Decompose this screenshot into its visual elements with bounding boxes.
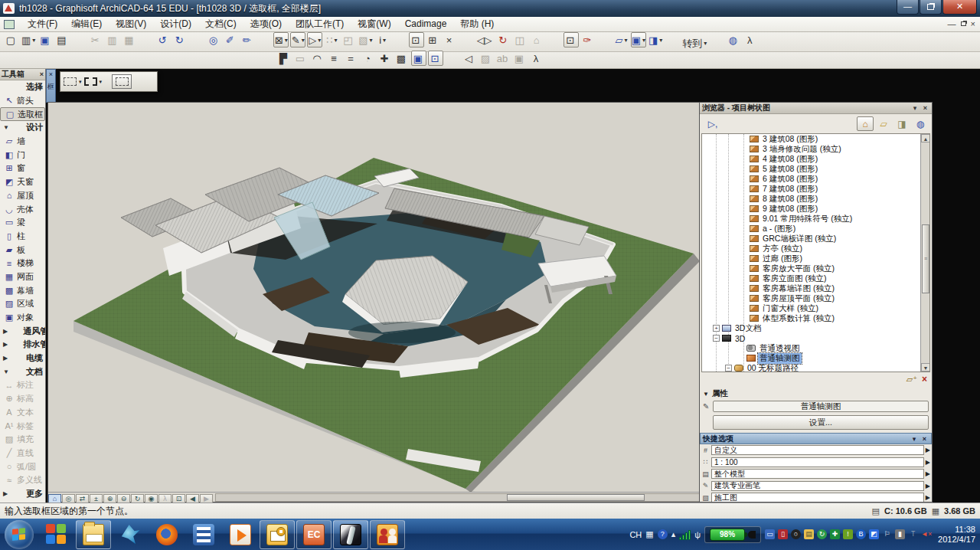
- taskbar-video-player[interactable]: [186, 520, 221, 549]
- toolbox-item[interactable]: ▱ 墙: [0, 135, 45, 149]
- tree-item[interactable]: 3 墙身修改问题 (独立): [702, 144, 929, 154]
- layout-book-icon[interactable]: ◨: [893, 116, 910, 131]
- toolbar-button[interactable]: i▾: [375, 32, 390, 47]
- quick-option-arrow-icon[interactable]: ▶: [926, 494, 930, 501]
- toolbar-button[interactable]: ✐: [223, 32, 238, 47]
- delete-item-icon[interactable]: ×: [922, 374, 927, 385]
- toolbar-button[interactable]: ⌂: [530, 32, 545, 47]
- toolbar-button[interactable]: ⊡: [564, 32, 579, 47]
- menu-item[interactable]: 视窗(W): [351, 17, 397, 31]
- toolbox-item[interactable]: ▦ 网面: [0, 270, 45, 284]
- toolbar-button[interactable]: ▭: [293, 51, 309, 66]
- toolbar-button[interactable]: ▧▾: [358, 32, 373, 47]
- toolbar-button[interactable]: ⊞: [426, 32, 441, 47]
- scroll-up-icon[interactable]: ▲: [921, 134, 930, 142]
- menu-item[interactable]: 团队工作(T): [289, 17, 351, 31]
- toolbar-button[interactable]: ▤: [54, 32, 70, 47]
- toolbox-item[interactable]: ╱ 直线: [0, 447, 45, 460]
- toolbar-button[interactable]: ✑: [580, 32, 596, 47]
- toolbox-item[interactable]: ○ 弧/圆: [0, 460, 45, 473]
- toolbar-button[interactable]: ▣: [38, 32, 53, 47]
- toolbox-item[interactable]: ◧ 门: [0, 148, 45, 162]
- tree-item[interactable]: 客房幕墙详图 (独立): [702, 283, 929, 293]
- toolbox-item[interactable]: ◡ 壳体: [0, 202, 45, 216]
- navigator-header-controls[interactable]: ▾ ×: [913, 104, 929, 112]
- menu-item[interactable]: 设计(D): [153, 17, 198, 31]
- usb-icon[interactable]: ▮: [895, 529, 905, 539]
- menu-item[interactable]: 编辑(E): [64, 17, 109, 31]
- toolbox-item[interactable]: 选择: [0, 80, 45, 94]
- project-map-icon[interactable]: ⌂: [857, 116, 874, 131]
- taskbar-media-player[interactable]: [223, 520, 258, 549]
- toolbox-item[interactable]: A¹ 标签: [0, 419, 45, 433]
- tree-item[interactable]: 客房立面图 (独立): [702, 273, 929, 283]
- toolbox-item[interactable]: ▭ 梁: [0, 216, 45, 230]
- language-indicator[interactable]: CH: [629, 530, 642, 539]
- mdi-restore-button[interactable]: [961, 21, 966, 26]
- tree-item[interactable]: 9 建筑08 (图形): [702, 204, 929, 214]
- toolbox-item[interactable]: ▶ 电缆: [0, 352, 45, 365]
- alert-icon[interactable]: !: [843, 529, 853, 539]
- edit-name-icon[interactable]: ✎: [703, 402, 710, 411]
- toolbar-button[interactable]: ≡: [327, 51, 342, 66]
- tree-item[interactable]: 客房屋顶平面 (独立): [702, 293, 929, 303]
- scrollbar-thumb[interactable]: [507, 494, 645, 501]
- taskbar-app-grid[interactable]: [39, 520, 74, 549]
- menu-item[interactable]: 视图(V): [109, 17, 153, 31]
- mdi-minimize-button[interactable]: —: [948, 18, 956, 29]
- quick-options-controls[interactable]: ▾ ×: [913, 435, 929, 443]
- tree-item[interactable]: 7 建筑08 (图形): [702, 184, 929, 194]
- collapse-icon[interactable]: ▼: [703, 391, 709, 398]
- 3d-model-canvas[interactable]: [48, 103, 737, 493]
- bluetooth-icon[interactable]: B: [856, 529, 866, 539]
- toolbar-button[interactable]: ◔: [361, 51, 376, 66]
- toolbar-button[interactable]: ◨▾: [648, 32, 663, 47]
- network-signal-icon[interactable]: [679, 529, 691, 540]
- toolbox-item[interactable]: ▼ 设计: [0, 121, 45, 135]
- toolbox-item[interactable]: A 文本: [0, 406, 45, 420]
- quick-option-arrow-icon[interactable]: ▶: [926, 470, 930, 477]
- mdi-close-button[interactable]: ×: [971, 18, 975, 29]
- mobile-signal-icon[interactable]: ⟙: [908, 529, 918, 539]
- toolbar-button[interactable]: ⊡: [409, 32, 424, 47]
- toolbox-item[interactable]: ▣ 对象: [0, 311, 45, 325]
- close-button[interactable]: ✕: [942, 0, 977, 15]
- tree-item[interactable]: 9.01 常用特殊符号 (独立): [702, 214, 929, 224]
- tree-item[interactable]: GRC墙板详图 (独立): [702, 234, 929, 244]
- project-chooser-icon[interactable]: ▷,: [704, 116, 721, 131]
- toolbar-button[interactable]: ▥: [105, 32, 120, 47]
- toolbar-button[interactable]: [189, 36, 204, 51]
- toolbox-item[interactable]: ▨ 填充: [0, 433, 45, 447]
- tree-item[interactable]: 门窗大样 (独立): [702, 303, 929, 313]
- toolbar-button[interactable]: ab: [495, 51, 511, 66]
- toolbar-button[interactable]: ◁▷: [476, 32, 495, 47]
- view-map-icon[interactable]: ▱: [875, 116, 892, 131]
- quick-option-row[interactable]: ▧ 施工图 ▶: [700, 492, 932, 502]
- toolbar-button[interactable]: ✂: [88, 32, 103, 47]
- start-button[interactable]: [5, 520, 34, 549]
- toolbox-item[interactable]: ⊞ 窗: [0, 162, 45, 175]
- taskbar-outlook[interactable]: [260, 520, 295, 549]
- show-hidden-icons[interactable]: ▴: [671, 529, 676, 539]
- menu-item[interactable]: 帮助 (H): [453, 17, 501, 31]
- toolbar-button[interactable]: ▣: [512, 51, 528, 66]
- toolbar-button[interactable]: ◁: [462, 51, 477, 66]
- tree-item[interactable]: 体型系数计算 (独立): [702, 313, 929, 323]
- toolbar-button[interactable]: ↺: [155, 32, 171, 47]
- shield-plus-icon[interactable]: ✚: [830, 529, 840, 539]
- toolbar-button[interactable]: ◎: [206, 32, 221, 47]
- scrollbar-thumb[interactable]: ≡: [922, 224, 929, 293]
- toolbar-button[interactable]: [709, 36, 724, 51]
- toolbar-button[interactable]: λ: [529, 51, 544, 66]
- wallet-icon[interactable]: ▤: [804, 529, 814, 539]
- toolbox-item[interactable]: ▶ 更多: [0, 487, 45, 501]
- toolbox-item[interactable]: ◩ 天窗: [0, 175, 45, 189]
- toolbox-item[interactable]: ▶ 通风管: [0, 324, 45, 338]
- menu-item[interactable]: 文档(C): [198, 17, 243, 31]
- tree-item[interactable]: 6 建筑08 (图形): [702, 174, 929, 184]
- toolbox-item[interactable]: ⊕ 标高: [0, 392, 45, 406]
- toolbox-item[interactable]: ↔ 标注: [0, 378, 45, 392]
- view-name-field[interactable]: 普通轴测图: [713, 401, 929, 412]
- taskbar-windows-explorer[interactable]: [76, 520, 111, 549]
- toolbar-button[interactable]: ◠: [310, 51, 325, 66]
